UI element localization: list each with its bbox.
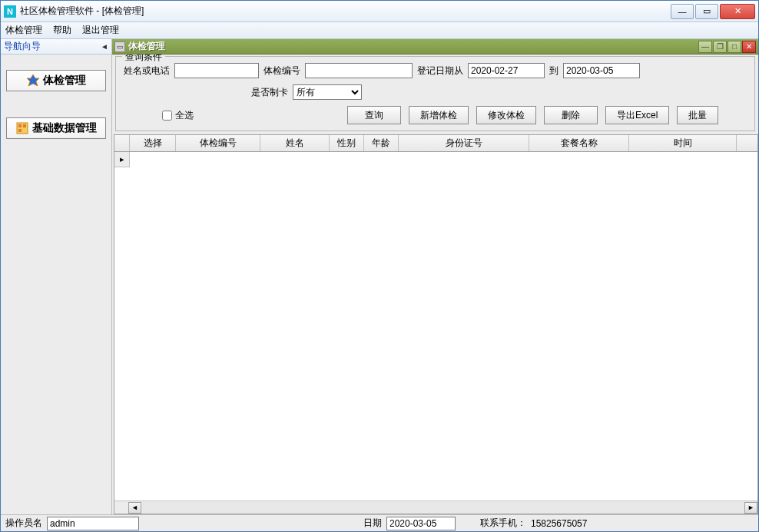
svg-rect-4 (18, 129, 22, 132)
grid-col-select[interactable]: 选择 (130, 135, 176, 151)
statusbar: 操作员名 日期 联系手机： 15825675057 (1, 514, 758, 531)
select-is-card[interactable]: 所有 (293, 84, 362, 100)
mdi-title: 体检管理 (128, 40, 698, 53)
label-exam-no: 体检编号 (263, 64, 300, 78)
grid-col-id_no[interactable]: 身份证号 (399, 135, 529, 151)
window-title: 社区体检管理软件 - [体检管理] (20, 5, 671, 18)
sidebar-item-label: 基础数据管理 (32, 121, 97, 135)
select-all-label: 全选 (175, 109, 194, 122)
svg-rect-2 (18, 124, 22, 127)
mdi-minimize-button[interactable]: — (698, 41, 712, 53)
grid-col-age[interactable]: 年龄 (364, 135, 399, 151)
query-legend: 查询条件 (122, 55, 165, 64)
sidebar-item-label: 体检管理 (43, 74, 86, 88)
select-all-box[interactable] (162, 111, 172, 121)
status-date-label: 日期 (363, 517, 382, 530)
label-to: 到 (549, 64, 558, 78)
row-indicator: ▸ (114, 152, 130, 167)
mdi-close-button[interactable]: ✕ (742, 41, 756, 53)
grid-header: 选择体检编号姓名性别年龄身份证号套餐名称时间 (114, 135, 757, 152)
svg-marker-0 (27, 74, 39, 86)
label-reg-date-from: 登记日期从 (417, 64, 463, 78)
nav-wizard-header[interactable]: 导航向导 ◄ (1, 39, 112, 55)
status-contact-value: 15825675057 (531, 518, 587, 529)
app-icon: N (4, 5, 16, 18)
input-exam-no[interactable] (305, 63, 413, 78)
mdi-restore-button[interactable]: ❐ (713, 41, 727, 53)
data-icon (15, 121, 29, 135)
scroll-track[interactable] (141, 502, 744, 514)
label-is-card: 是否制卡 (251, 86, 288, 99)
status-operator-value[interactable] (47, 517, 139, 530)
scroll-right-button[interactable]: ► (744, 502, 757, 514)
exam-icon (26, 74, 40, 88)
nav-wizard-label: 导航向导 (4, 40, 41, 53)
query-fieldset: 查询条件 姓名或电话 体检编号 登记日期从 到 是否制卡 所有 (115, 56, 755, 131)
grid-col-gender[interactable]: 性别 (330, 135, 364, 151)
edit-exam-button[interactable]: 修改体检 (476, 106, 536, 124)
horizontal-scrollbar[interactable]: ◄ ► (114, 501, 757, 514)
search-button[interactable]: 查询 (347, 106, 401, 124)
add-exam-button[interactable]: 新增体检 (409, 106, 469, 124)
grid-col-package[interactable]: 套餐名称 (529, 135, 629, 151)
nav-collapse-icon[interactable]: ◄ (101, 42, 108, 51)
grid-col-exam_no[interactable]: 体检编号 (176, 135, 260, 151)
menu-exit[interactable]: 退出管理 (82, 24, 119, 37)
batch-button[interactable]: 批量 (677, 106, 718, 124)
grid-col-time[interactable]: 时间 (629, 135, 737, 151)
close-button[interactable]: ✕ (720, 4, 755, 19)
grid-col-indicator[interactable] (114, 135, 130, 151)
status-date-value[interactable] (386, 517, 456, 530)
input-date-from[interactable] (468, 63, 545, 78)
svg-rect-3 (23, 124, 26, 127)
maximize-button[interactable]: ▭ (695, 4, 718, 19)
mdi-system-icon[interactable]: ▭ (114, 41, 125, 52)
grid-body: ▸ (114, 152, 757, 501)
delete-button[interactable]: 删除 (544, 106, 598, 124)
export-excel-button[interactable]: 导出Excel (605, 106, 669, 124)
scroll-left-button[interactable]: ◄ (128, 502, 141, 514)
mdi-maximize-button[interactable]: □ (728, 41, 741, 53)
sidebar-item-exam-mgmt[interactable]: 体检管理 (6, 70, 106, 91)
minimize-button[interactable]: — (671, 4, 694, 19)
label-name-phone: 姓名或电话 (124, 64, 170, 78)
menubar: 体检管理 帮助 退出管理 (1, 22, 758, 39)
sidebar-item-base-data[interactable]: 基础数据管理 (6, 117, 106, 139)
status-contact-label: 联系手机： (480, 517, 526, 530)
data-grid[interactable]: 选择体检编号姓名性别年龄身份证号套餐名称时间 ▸ ◄ ► (114, 134, 758, 514)
mdi-titlebar: ▭ 体检管理 — ❐ □ ✕ (112, 39, 758, 55)
checkbox-select-all[interactable]: 全选 (162, 109, 194, 122)
input-name-phone[interactable] (174, 63, 259, 78)
status-operator-label: 操作员名 (5, 517, 42, 530)
sidebar: 体检管理 基础数据管理 (1, 55, 112, 514)
menu-help[interactable]: 帮助 (53, 24, 71, 37)
titlebar: N 社区体检管理软件 - [体检管理] — ▭ ✕ (1, 1, 758, 22)
input-date-to[interactable] (563, 63, 640, 78)
grid-col-name[interactable]: 姓名 (260, 135, 330, 151)
menu-exam-mgmt[interactable]: 体检管理 (5, 24, 42, 37)
